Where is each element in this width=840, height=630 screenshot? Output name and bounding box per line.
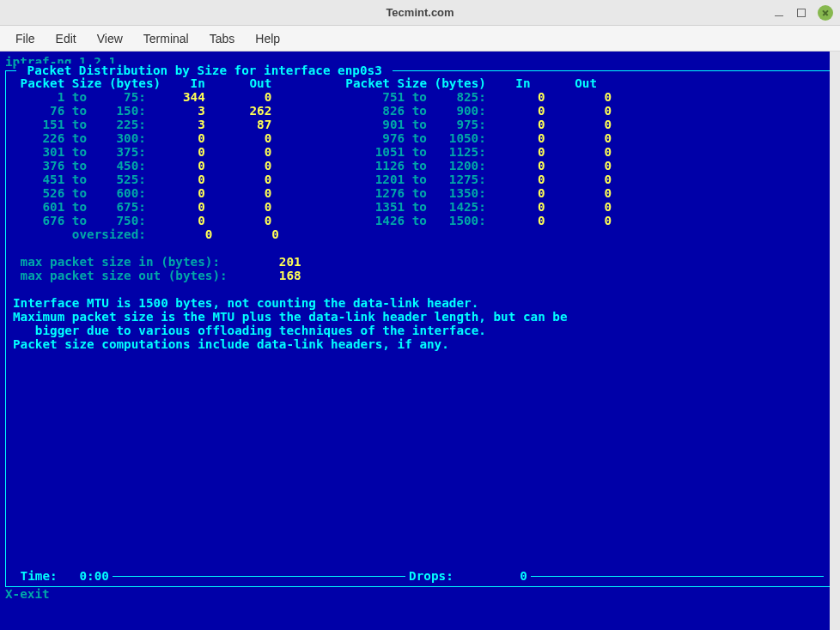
data-row: 601 to 675: 0 0 1351 to 1425: 0 0	[13, 200, 827, 214]
scrollbar[interactable]	[830, 51, 840, 630]
menu-view[interactable]: View	[88, 28, 131, 49]
distribution-box: Packet Distribution by Size for interfac…	[5, 70, 835, 587]
menu-bar: File Edit View Terminal Tabs Help	[0, 26, 840, 51]
menu-file[interactable]: File	[7, 28, 44, 49]
info-line-4: Packet size computations include data-li…	[13, 337, 827, 351]
info-line-3: bigger due to various offloading techniq…	[13, 324, 827, 337]
terminal-area[interactable]: iptraf-ng 1.2.1 Packet Distribution by S…	[0, 51, 840, 630]
time-label: Time:	[21, 569, 58, 583]
blank-area	[13, 351, 827, 566]
data-row: 226 to 300: 0 0 976 to 1050: 0 0	[13, 131, 827, 145]
close-button[interactable]	[818, 5, 833, 21]
status-divider-1	[113, 576, 405, 577]
data-row: 376 to 450: 0 0 1126 to 1200: 0 0	[13, 159, 827, 173]
data-row: 76 to 150: 3 262 826 to 900: 0 0	[13, 104, 827, 118]
data-row: 301 to 375: 0 0 1051 to 1125: 0 0	[13, 145, 827, 159]
status-divider-2	[531, 576, 824, 577]
menu-tabs[interactable]: Tabs	[201, 28, 244, 49]
data-row: 451 to 525: 0 0 1201 to 1275: 0 0	[13, 173, 827, 186]
box-title: Packet Distribution by Size for interfac…	[16, 64, 393, 77]
window-titlebar: Tecmint.com	[0, 0, 840, 26]
data-row: 526 to 600: 0 0 1276 to 1350: 0 0	[13, 186, 827, 200]
exit-hint: X-exit	[5, 587, 835, 601]
menu-help[interactable]: Help	[247, 28, 289, 49]
minimize-button[interactable]	[773, 7, 785, 19]
data-rows: 1 to 75: 344 0 751 to 825: 0 0 76 to 150…	[13, 90, 827, 227]
column-headers: Packet Size (bytes) In Out Packet Size (…	[13, 76, 827, 90]
max-out-line: max packet size out (bytes):168	[13, 269, 827, 282]
menu-edit[interactable]: Edit	[47, 28, 85, 49]
window-title-text: Tecmint.com	[386, 6, 453, 19]
drops-value: 0	[453, 569, 527, 583]
menu-terminal[interactable]: Terminal	[135, 28, 198, 49]
oversized-row: oversized:00	[13, 227, 827, 241]
data-row: 676 to 750: 0 0 1426 to 1500: 0 0	[13, 214, 827, 227]
data-row: 151 to 225: 3 87 901 to 975: 0 0	[13, 118, 827, 131]
info-line-2: Maximum packet size is the MTU plus the …	[13, 310, 827, 324]
info-line-1: Interface MTU is 1500 bytes, not countin…	[13, 296, 827, 310]
drops-label: Drops:	[409, 569, 453, 583]
data-row: 1 to 75: 344 0 751 to 825: 0 0	[13, 90, 827, 104]
status-bar: Time: 0:00 Drops: 0	[13, 569, 827, 583]
time-value: 0:00	[79, 569, 108, 583]
maximize-button[interactable]	[797, 9, 806, 17]
max-in-line: max packet size in (bytes):201	[13, 255, 827, 269]
window-controls	[773, 0, 833, 26]
